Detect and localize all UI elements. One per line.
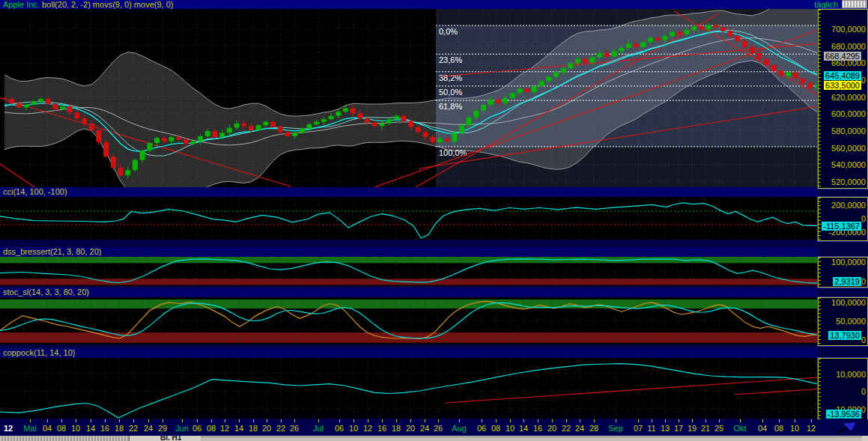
xaxis-day-label: 14 [86,424,95,433]
xaxis-tick-mark [353,419,354,422]
candle-body [445,139,450,141]
axis-tick-label: 0 [861,335,866,344]
pointer-tool-icon[interactable] [834,421,858,435]
candle-body [786,73,791,76]
axis-tick-marks [819,198,821,240]
xaxis-tick-mark [616,419,616,422]
candle-body [626,43,631,48]
candle-body [256,125,261,130]
xaxis-day-label: 11 [647,424,655,433]
price-axis: 700,0000680,0000660,0000640,0000620,0000… [818,9,868,189]
candle-body [467,118,472,125]
candle-body [343,109,348,112]
xaxis-tick-mark [239,419,240,422]
xaxis-tick-mark [47,419,48,422]
candle-body [807,83,813,88]
axis-tick-label: 700,0000 [831,25,866,34]
fib-level-label: 50,0% [439,88,462,97]
candle-body [699,27,704,29]
axis-tick-label: 680,0000 [831,42,866,51]
xaxis-tick-mark [692,419,693,422]
plot-background [0,358,818,419]
candle-body [270,122,276,127]
candle-body [655,37,661,40]
axis-tick-label: 580,0000 [831,127,866,136]
candle-body [147,143,152,150]
xaxis-tick-mark [267,419,267,422]
xaxis-tick-mark [638,419,639,422]
xaxis-tick-mark [396,419,397,422]
price-highlight-label: 645,4089 [824,71,861,80]
bottom-tab-bar: Bl. H1 [0,436,868,441]
xaxis-month-label: Jul [313,424,324,433]
vertical-scrollbar-thumb[interactable] [842,0,867,8]
xaxis-tick-mark [368,419,368,422]
xaxis-day-label: 13 [661,424,670,433]
xaxis-day-label: 07 [634,424,643,433]
xaxis-day-label: 14 [234,424,243,433]
price-highlight-label: -13,9536 [826,410,861,419]
cci-panel-title: cci(14, 100, -100) [0,187,818,197]
candle-body [677,32,682,34]
axis-tick-label: 0 [861,277,866,286]
xaxis-day-label: 08 [207,424,216,433]
candle-body [488,100,494,105]
stochastic-axis: 100,000050,0000013,7930 [818,297,868,346]
coppock-panel-title: coppock(11, 14, 10) [0,348,818,358]
candle-body [82,118,87,124]
xaxis-day-label: 04 [43,424,52,433]
candle-body [190,142,195,144]
candle-body [176,137,181,139]
candle-body [154,138,160,143]
plot-background [0,197,818,240]
candle-body [169,137,174,142]
axis-tick-label: 50,0000 [836,317,866,326]
xaxis-tick-mark [133,419,134,422]
candle-body [735,36,740,41]
studies-label: boll(20, 2, -2) movs(9, 0) move(9, 0) [42,0,173,9]
sheet-tab[interactable]: Bl. H1 [160,436,181,441]
xaxis-day-label: 10 [349,424,358,433]
candle-body [38,99,43,101]
xaxis-week-label: 12 [4,424,13,433]
axis-tick-label: 0 [861,387,866,396]
xaxis-day-label: 26 [434,424,443,433]
xaxis-day-label: 29 [158,424,167,433]
candle-body [750,47,755,53]
xaxis-day-label: 26 [290,424,299,433]
xaxis-tick-mark [496,419,497,422]
xaxis-tick-mark [163,419,163,422]
axis-tick-label: 0 [861,214,866,223]
axis-tick-marks [819,298,821,345]
xaxis-day-label: 06 [477,424,486,433]
candle-body [365,118,370,123]
candle-body [278,127,283,132]
candle-body [539,81,544,86]
xaxis-tick-mark [318,419,319,422]
horizontal-scrollbar-trough[interactable] [201,437,862,441]
candle-body [597,53,602,58]
xaxis-day-label: 20 [547,424,556,433]
candle-body [74,112,79,118]
xaxis-tick-mark [182,419,183,422]
xaxis-day-label: 14 [519,424,528,433]
candle-body [111,156,116,168]
xaxis-tick-mark [382,419,383,422]
candle-body [306,124,312,129]
candle-body [670,32,675,37]
xaxis-tick-mark [552,419,553,422]
candle-body [394,116,399,120]
dss-indicator-chart [0,257,818,286]
candle-body [2,98,7,99]
xaxis-tick-mark [61,419,62,422]
horizontal-scrollbar[interactable] [0,436,130,441]
axis-tick-label: 540,0000 [831,160,866,169]
candle-body [118,168,124,175]
xaxis-day-label: 20 [406,424,415,433]
xaxis-day-label: 04 [758,424,767,433]
xaxis-day-label: 10 [506,424,515,433]
candle-body [452,133,457,141]
xaxis-day-label: 08 [774,424,783,433]
axis-tick-label: 200,0000 [831,201,866,210]
xaxis-tick-mark [425,419,425,422]
